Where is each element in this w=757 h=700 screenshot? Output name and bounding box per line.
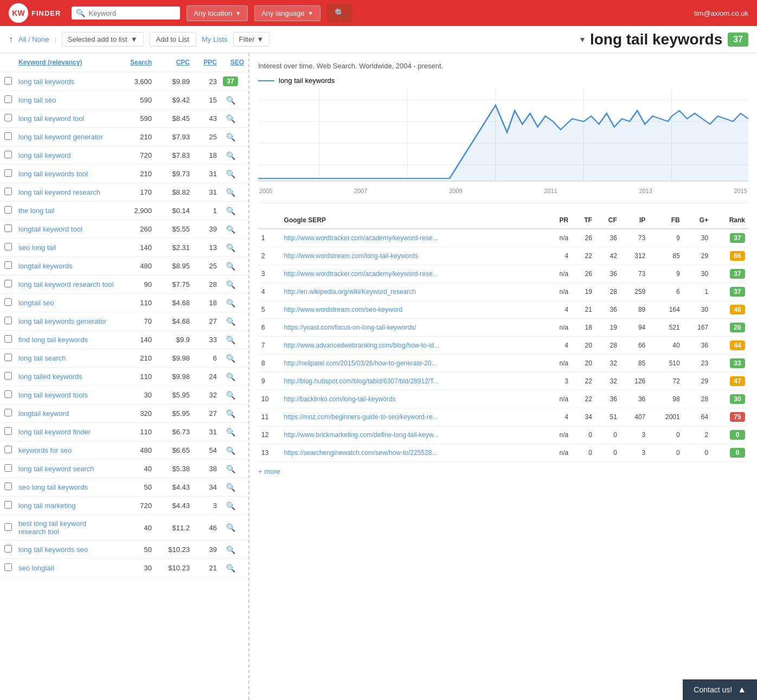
keyword-link[interactable]: long tail keywords seo: [18, 545, 88, 554]
sort-button[interactable]: ↑: [9, 35, 13, 44]
row-checkbox[interactable]: [4, 335, 12, 343]
search-kw-icon[interactable]: 🔍: [226, 428, 235, 436]
keyword-link[interactable]: longtail keyword tool: [18, 225, 82, 233]
row-checkbox[interactable]: [4, 114, 12, 121]
keyword-link[interactable]: long tail keywords generator: [18, 317, 107, 325]
serp-url-link[interactable]: http://neilpatel.com/2015/03/26/how-to-g…: [284, 359, 437, 367]
row-checkbox[interactable]: [4, 224, 12, 232]
serp-url-link[interactable]: http://www.wordtracker.com/academy/keywo…: [284, 234, 438, 242]
all-none-link[interactable]: All / None: [18, 35, 49, 43]
keyword-link[interactable]: long tail keyword finder: [18, 428, 91, 436]
my-lists-link[interactable]: My Lists: [202, 35, 228, 43]
keyword-link[interactable]: seo long tail: [18, 243, 56, 252]
keyword-link[interactable]: longtail seo: [18, 299, 54, 307]
search-kw-icon[interactable]: 🔍: [226, 299, 235, 307]
search-kw-icon[interactable]: 🔍: [226, 354, 235, 363]
search-kw-icon[interactable]: 🔍: [226, 243, 235, 252]
row-checkbox[interactable]: [4, 545, 12, 553]
keyword-link[interactable]: long tail keywords tool: [18, 170, 88, 178]
row-checkbox[interactable]: [4, 446, 12, 453]
filter-button[interactable]: Filter ▼: [233, 32, 270, 47]
keyword-link[interactable]: long tail search: [18, 354, 66, 362]
search-kw-icon[interactable]: 🔍: [226, 262, 235, 271]
search-kw-icon[interactable]: 🔍: [226, 391, 235, 400]
search-kw-icon[interactable]: 🔍: [226, 373, 235, 381]
search-kw-icon[interactable]: 🔍: [226, 483, 235, 492]
keyword-link[interactable]: long tail keyword search: [18, 465, 94, 473]
keyword-title-dropdown[interactable]: ▾: [580, 34, 585, 44]
row-checkbox[interactable]: [4, 563, 12, 571]
row-checkbox[interactable]: [4, 483, 12, 490]
selected-add-dropdown[interactable]: Selected add to list ▼: [62, 32, 144, 47]
row-checkbox[interactable]: [4, 243, 12, 251]
ppc-col-header[interactable]: PPC: [190, 59, 217, 66]
serp-url-link[interactable]: https://yoast.com/focus-on-long-tail-key…: [284, 324, 416, 331]
row-checkbox[interactable]: [4, 427, 12, 435]
search-kw-icon[interactable]: 🔍: [226, 465, 235, 473]
row-checkbox[interactable]: [4, 77, 12, 85]
row-checkbox[interactable]: [4, 280, 12, 287]
search-kw-icon[interactable]: 🔍: [226, 502, 235, 510]
search-col-header[interactable]: Search: [114, 59, 152, 66]
serp-url-link[interactable]: http://www.wordstream.com/seo-keyword: [284, 306, 403, 313]
keyword-link[interactable]: long tail keyword research tool: [18, 280, 114, 288]
serp-url-link[interactable]: http://www.brickmarketing.com/define-lon…: [284, 431, 439, 439]
search-kw-icon[interactable]: 🔍: [226, 280, 235, 289]
serp-url-link[interactable]: http://www.wordtracker.com/academy/keywo…: [284, 270, 438, 278]
search-kw-icon[interactable]: 🔍: [226, 170, 235, 178]
row-checkbox[interactable]: [4, 501, 12, 509]
search-kw-icon[interactable]: 🔍: [226, 114, 235, 123]
search-kw-icon[interactable]: 🔍: [226, 317, 235, 326]
row-checkbox[interactable]: [4, 464, 12, 472]
search-kw-icon[interactable]: 🔍: [226, 188, 235, 197]
serp-url-link[interactable]: http://www.advancedwebranking.com/blog/h…: [284, 342, 440, 349]
serp-url-link[interactable]: http://www.wordstream.com/long-tail-keyw…: [284, 252, 418, 260]
row-checkbox[interactable]: [4, 132, 12, 140]
search-kw-icon[interactable]: 🔍: [226, 409, 235, 418]
keyword-link[interactable]: long tailed keywords: [18, 373, 82, 381]
search-kw-icon[interactable]: 🔍: [226, 225, 235, 234]
search-kw-icon[interactable]: 🔍: [226, 564, 235, 573]
serp-url-link[interactable]: http://en.wikipedia.org/wiki/Keyword_res…: [284, 288, 416, 296]
keyword-input[interactable]: [88, 9, 164, 17]
serp-url-link[interactable]: http://blog.hubspot.com/blog/tabid/6307/…: [284, 377, 439, 385]
search-kw-icon[interactable]: 🔍: [226, 523, 235, 532]
keyword-link[interactable]: seo long tail keywords: [18, 483, 88, 491]
serp-url-link[interactable]: https://moz.com/beginners-guide-to-seo/k…: [284, 413, 438, 421]
row-checkbox[interactable]: [4, 206, 12, 214]
row-checkbox[interactable]: [4, 261, 12, 269]
keyword-link[interactable]: long tail seo: [18, 96, 56, 104]
keyword-link[interactable]: long tail marketing: [18, 502, 76, 510]
keyword-link[interactable]: long tail keyword research: [18, 188, 100, 196]
contact-footer[interactable]: Contact us! ▲: [683, 679, 757, 700]
keyword-link[interactable]: the long tail: [18, 207, 55, 215]
serp-url-link[interactable]: http://backlinko.com/long-tail-keywords: [284, 395, 396, 403]
keyword-link[interactable]: seo longtail: [18, 564, 54, 572]
keyword-col-header[interactable]: Keyword (relevancy): [18, 59, 114, 66]
row-checkbox[interactable]: [4, 169, 12, 177]
row-checkbox[interactable]: [4, 317, 12, 324]
row-checkbox[interactable]: [4, 95, 12, 103]
search-kw-icon[interactable]: 🔍: [226, 545, 235, 554]
row-checkbox[interactable]: [4, 409, 12, 416]
row-checkbox[interactable]: [4, 390, 12, 398]
serp-url-link[interactable]: https://searchenginewatch.com/sew/how-to…: [284, 449, 438, 457]
search-button[interactable]: 🔍: [327, 4, 352, 22]
keyword-link[interactable]: longtail keyword: [18, 409, 69, 418]
row-checkbox[interactable]: [4, 523, 12, 531]
row-checkbox[interactable]: [4, 151, 12, 158]
search-kw-icon[interactable]: 🔍: [226, 446, 235, 455]
location-dropdown[interactable]: Any location ▼: [187, 5, 248, 21]
seo-col-header[interactable]: SEO: [217, 59, 244, 66]
keyword-link[interactable]: keywords for seo: [18, 446, 72, 454]
keyword-link[interactable]: long tail keywords: [18, 78, 74, 86]
keyword-link[interactable]: longtail keywords: [18, 262, 73, 270]
row-checkbox[interactable]: [4, 354, 12, 361]
keyword-link[interactable]: long tail keyword generator: [18, 133, 103, 141]
keyword-link[interactable]: long tail keyword tools: [18, 391, 88, 399]
cpc-col-header[interactable]: CPC: [152, 59, 190, 66]
search-kw-icon[interactable]: 🔍: [226, 133, 235, 142]
more-link[interactable]: + more: [258, 467, 280, 476]
keyword-link[interactable]: best long tail keyword research tool: [18, 519, 86, 536]
search-kw-icon[interactable]: 🔍: [226, 96, 235, 105]
